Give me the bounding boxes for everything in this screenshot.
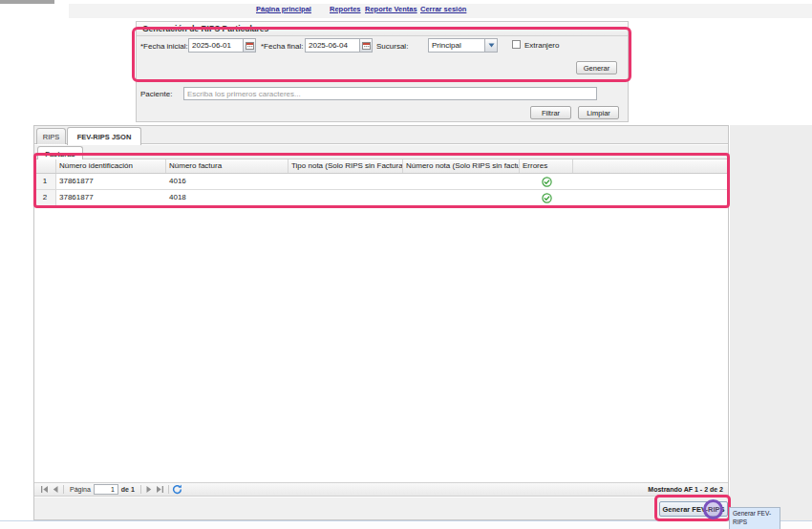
pagination-bar: Página de 1 Mostrando AF 1 - 2 de 2 <box>34 482 728 497</box>
cell-identificacion: 37861877 <box>56 190 166 205</box>
grid-header-row: Número identificación Número factura Tip… <box>34 159 728 174</box>
calendar-icon <box>246 41 254 50</box>
fecha-final-input[interactable] <box>305 38 360 53</box>
check-circle-icon <box>542 177 552 187</box>
click-cursor-indicator <box>703 499 723 519</box>
fecha-final-calendar-button[interactable] <box>360 38 373 53</box>
col-filler-header <box>573 159 728 173</box>
pagina-label: Página <box>70 486 91 493</box>
limpiar-button[interactable]: Limpiar <box>578 106 619 119</box>
nav-link-reporte-ventas[interactable]: Reporte Ventas <box>365 5 417 13</box>
fecha-inicial-label: *Fecha inicial: <box>140 42 188 51</box>
fecha-inicial-calendar-button[interactable] <box>244 38 256 53</box>
top-edge-fragment <box>0 0 54 4</box>
col-numero-nota-header[interactable]: Número nota (Solo RIPS sin factur... <box>403 159 520 173</box>
tab-rips[interactable]: RIPS <box>36 128 66 144</box>
pagination-separator <box>140 485 141 494</box>
col-factura-header[interactable]: Número factura <box>166 159 288 173</box>
tab-rips-label: RIPS <box>43 133 60 141</box>
next-page-button[interactable] <box>144 484 155 495</box>
cell-errores <box>520 174 573 189</box>
cell-identificacion: 37861877 <box>56 174 166 189</box>
col-tipo-nota-header[interactable]: Tipo nota (Solo RIPS sin Factura) <box>288 159 403 173</box>
cell-numero-nota <box>403 174 520 189</box>
calendar-icon <box>362 41 371 50</box>
page-number-input[interactable] <box>94 484 118 495</box>
subtab-facturas[interactable]: Facturas <box>37 146 83 160</box>
cell-factura: 4016 <box>166 174 288 189</box>
paciente-label: Paciente: <box>140 90 172 98</box>
tooltip-text: Generar FEV-RIPS <box>733 510 771 525</box>
first-page-button[interactable] <box>39 484 50 495</box>
col-identificacion-header[interactable]: Número identificación <box>56 159 166 173</box>
row-number: 1 <box>34 174 56 189</box>
button-tooltip: Generar FEV-RIPS <box>729 507 780 529</box>
table-row[interactable]: 2 37861877 4018 <box>34 190 728 206</box>
col-errores-header[interactable]: Errores <box>520 159 573 173</box>
bottom-strip <box>0 520 812 529</box>
subtab-strip <box>34 145 728 159</box>
table-row[interactable]: 1 37861877 4016 <box>34 174 728 190</box>
nav-link-reportes[interactable]: Reportes <box>330 5 361 13</box>
form-panel-title: Generación de RIPS Particulares <box>137 22 628 36</box>
extranjero-label: Extranjero <box>524 41 559 50</box>
cell-errores <box>520 190 573 205</box>
sucursal-trigger-button[interactable] <box>485 38 498 53</box>
cell-factura: 4018 <box>166 190 288 205</box>
cell-filler <box>573 190 728 205</box>
tab-fev-rips-json[interactable]: FEV-RIPS JSON <box>67 127 141 145</box>
page-of-label: de 1 <box>121 486 135 493</box>
cell-tipo-nota <box>288 174 403 189</box>
right-gutter <box>730 125 812 520</box>
cell-numero-nota <box>403 190 520 205</box>
cell-filler <box>573 174 728 189</box>
tab-fev-rips-json-label: FEV-RIPS JSON <box>77 133 132 141</box>
generar-button[interactable]: Generar <box>576 61 617 74</box>
cell-tipo-nota <box>288 190 403 205</box>
fecha-inicial-input[interactable] <box>188 38 244 53</box>
pagination-separator <box>63 485 64 494</box>
subtab-facturas-label: Facturas <box>45 150 75 159</box>
prev-page-button[interactable] <box>50 484 60 495</box>
last-page-button[interactable] <box>155 484 165 495</box>
fecha-final-label: *Fecha final: <box>261 42 303 51</box>
extranjero-checkbox[interactable] <box>512 40 521 49</box>
sucursal-label: Sucursal: <box>376 42 408 51</box>
check-circle-icon <box>542 193 552 203</box>
refresh-icon[interactable] <box>172 484 182 495</box>
chevron-down-icon <box>488 43 495 48</box>
footer-bar: Generar FEV-RIPS <box>34 497 728 519</box>
row-number: 2 <box>34 190 56 205</box>
sucursal-select[interactable]: Principal <box>428 38 498 53</box>
col-rownum-header <box>34 159 56 173</box>
nav-link-cerrar-sesion[interactable]: Cerrar sesión <box>420 5 466 13</box>
pagination-separator <box>168 485 169 494</box>
main-grid-panel: RIPS FEV-RIPS JSON Facturas Número ident… <box>33 125 729 520</box>
paciente-input[interactable] <box>183 87 597 100</box>
sucursal-selected-value: Principal <box>428 38 485 53</box>
nav-link-pagina-principal[interactable]: Página principal <box>256 5 311 13</box>
filtrar-button[interactable]: Filtrar <box>530 106 571 119</box>
pagination-status: Mostrando AF 1 - 2 de 2 <box>648 486 723 493</box>
